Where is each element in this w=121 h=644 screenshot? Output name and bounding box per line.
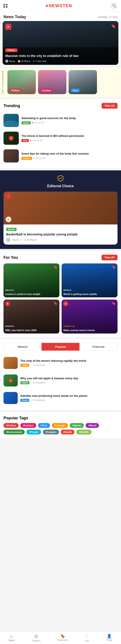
- list-title-2: Why you will eat apple & banana every da…: [20, 377, 118, 380]
- categories-label: TOP CATAGORIES: [0, 70, 6, 94]
- editorial-image: 🔖: [3, 192, 118, 224]
- trending-item-3[interactable]: Some tips for taking care of the body th…: [3, 147, 118, 165]
- for-you-title: For You: [3, 255, 18, 260]
- tag-lifestyle[interactable]: #Lifestyle: [52, 423, 68, 428]
- list-thumb-2: [3, 374, 18, 386]
- list-comments-3: 6 Comments: [33, 399, 45, 402]
- fy-bookmark-4[interactable]: 🔖: [112, 301, 116, 305]
- tags-row-1: #Politics #Fashion #Tech #Lifestyle #Spo…: [3, 423, 118, 428]
- for-you-card-sports[interactable]: 🔖 SPORTS WBL was held in June 2020: [3, 300, 59, 334]
- tag-sports[interactable]: #Sports: [70, 423, 84, 428]
- fy-bookmark-1[interactable]: 🔖: [53, 265, 58, 269]
- tag-wildlife[interactable]: #Wildlife: [76, 430, 91, 434]
- tag-fashion[interactable]: #Fashion: [20, 423, 36, 428]
- list-info-3: Satellite now producing more waste on th…: [20, 394, 118, 402]
- hero-date: 26 March: [21, 60, 30, 62]
- category-label-politics: Politics: [9, 88, 22, 92]
- hero-meta: Mayaj 📅 26 March ⏱ 4 min read: [5, 60, 46, 63]
- hero-card[interactable]: 🔖 Politics Massive riots in the city to …: [3, 21, 118, 65]
- trending-item-2[interactable]: The drone is banned in BD without permis…: [3, 130, 118, 147]
- hero-play-icon[interactable]: [5, 24, 11, 30]
- editorial-date: 30 March: [27, 238, 37, 241]
- tag-gadgets[interactable]: #Gadgets: [43, 430, 59, 434]
- list-comments-1: 2 Comments: [33, 364, 45, 366]
- editorial-card-meta: Nazrul • 🕐 30 March: [6, 238, 115, 242]
- tag-environment[interactable]: #Environment: [3, 430, 25, 434]
- editorial-play-btn[interactable]: [6, 216, 11, 222]
- fy-bookmark-2[interactable]: 🔖: [112, 265, 116, 269]
- trending-title: Trending: [3, 104, 20, 108]
- categories-scroll: Politics Fashion Tech: [6, 70, 99, 94]
- trending-view-all-button[interactable]: View All: [102, 103, 118, 108]
- fy-title-3: WBL was held in June 2020: [5, 329, 58, 332]
- tag-health[interactable]: #Health: [61, 430, 75, 434]
- fy-play-4[interactable]: [63, 301, 68, 306]
- for-you-card-health[interactable]: 🔖 HEALTH Lemon is useful to lose weight: [3, 264, 59, 297]
- editorial-card-title: Basketball is becoming popular young peo…: [6, 232, 115, 236]
- for-you-header: For You View All: [3, 255, 118, 260]
- popular-tags-title: Popular Tags: [3, 416, 118, 420]
- tag-politics[interactable]: #Politics: [3, 423, 18, 428]
- categories-row: TOP CATAGORIES Politics Fashion Tech: [0, 70, 121, 94]
- tag-world[interactable]: #World: [86, 423, 99, 428]
- fy-bookmark-3[interactable]: 🔖: [53, 301, 58, 305]
- editorial-tag: Sports: [6, 228, 17, 231]
- trending-tag-1: Sports: [21, 121, 31, 124]
- hero-bookmark-icon[interactable]: 🔖: [111, 24, 116, 28]
- hero-title: Massive riots in the city to establish r…: [5, 54, 116, 58]
- news-today-title: News Today: [3, 15, 26, 19]
- trending-date-1: 02 Jun 20: [34, 122, 44, 124]
- fy-cat-3: SPORTS: [5, 325, 14, 327]
- tab-popular[interactable]: Popular: [41, 343, 79, 350]
- editorial-bookmark-icon[interactable]: 🔖: [6, 194, 10, 198]
- fy-play-3[interactable]: [5, 301, 10, 306]
- hero-author: Mayaj: [9, 60, 15, 62]
- editorial-title: Editorial Choice: [47, 184, 74, 188]
- tabs-row: Newest Popular Featured: [3, 343, 118, 351]
- hero-read-time: 4 min read: [36, 60, 46, 62]
- shield-icon: [57, 175, 64, 183]
- tab-newest[interactable]: Newest: [4, 343, 41, 350]
- for-you-card-world[interactable]: 🔖 WORLD World is getting warm rapidly: [62, 264, 118, 297]
- list-item-2[interactable]: Why you will eat apple & banana every da…: [3, 372, 118, 389]
- list-title-1: The ship of the desert reducing rapidly …: [20, 359, 118, 363]
- editorial-card[interactable]: 🔖 Sports Basketball is becoming popular …: [3, 192, 118, 244]
- list-tag-3: Planet: [20, 399, 29, 402]
- list-comments-2: 8 Comments: [33, 382, 45, 384]
- hero-tag: Politics: [5, 48, 17, 52]
- trending-info-1: Swimming is good exercise for the body S…: [21, 116, 118, 124]
- news-today-date: Monday, 17 April: [98, 16, 118, 18]
- tag-people[interactable]: #People: [26, 430, 41, 434]
- list-item-3[interactable]: Satellite now producing more waste on th…: [3, 389, 118, 407]
- list-tag-2: Habits: [20, 381, 29, 384]
- logo: NEWSTEN: [46, 3, 72, 8]
- tag-tech[interactable]: #Tech: [38, 423, 50, 428]
- trending-thumb-3: [3, 149, 19, 162]
- trending-date-2: 03 Jun 20: [32, 139, 42, 142]
- for-you-section: For You View All 🔖 HEALTH Lemon is usefu…: [0, 251, 121, 337]
- trending-header: Trending View All: [3, 103, 118, 108]
- trending-title-3: Some tips for taking care of the body th…: [21, 152, 118, 156]
- category-card-fashion[interactable]: Fashion: [38, 70, 66, 94]
- fy-title-1: Lemon is useful to lose weight: [5, 292, 58, 296]
- list-title-3: Satellite now producing more waste on th…: [20, 394, 118, 398]
- trending-tag-2: Tech: [21, 139, 29, 142]
- tab-featured[interactable]: Featured: [80, 343, 117, 350]
- for-you-view-all-button[interactable]: View All: [102, 255, 118, 260]
- list-info-1: The ship of the desert reducing rapidly …: [20, 359, 118, 367]
- list-tag-1: Camel: [20, 364, 29, 367]
- category-label-tech: Tech: [70, 88, 80, 92]
- for-you-card-lifestyle[interactable]: 🔖 LIFESTYLE Make yummy toast in home: [62, 300, 118, 334]
- categories-section: TOP CATAGORIES Politics Fashion Tech: [0, 68, 121, 97]
- list-item-1[interactable]: The ship of the desert reducing rapidly …: [3, 354, 118, 372]
- trending-title-1: Swimming is good exercise for the body: [21, 116, 118, 120]
- category-card-politics[interactable]: Politics: [7, 70, 36, 94]
- trending-info-2: The drone is banned in BD without permis…: [21, 134, 118, 142]
- editorial-body: Sports Basketball is becoming popular yo…: [3, 224, 118, 244]
- menu-icon[interactable]: [3, 4, 7, 8]
- category-card-tech[interactable]: Tech: [69, 70, 97, 94]
- trending-item-1[interactable]: Swimming is good exercise for the body S…: [3, 112, 118, 130]
- search-button[interactable]: 🔍: [111, 2, 118, 9]
- editorial-author: Nazrul: [12, 238, 19, 241]
- for-you-grid: 🔖 HEALTH Lemon is useful to lose weight …: [3, 264, 118, 334]
